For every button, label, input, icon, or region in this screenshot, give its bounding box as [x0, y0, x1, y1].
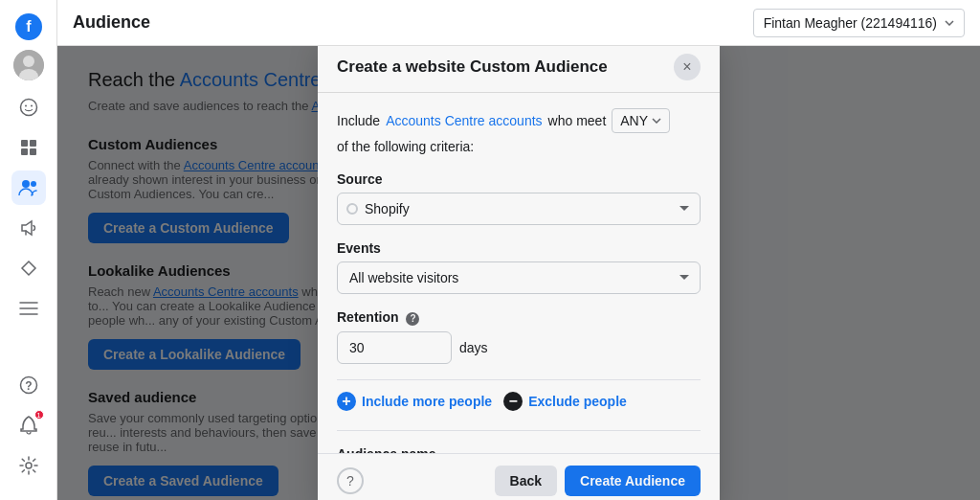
- modal-footer: ? Back Create Audience: [318, 453, 720, 500]
- notification-badge: 1: [34, 410, 44, 420]
- megaphone-icon[interactable]: [11, 211, 46, 245]
- svg-point-3: [23, 56, 34, 67]
- svg-point-5: [20, 100, 36, 116]
- svg-point-16: [26, 463, 32, 468]
- action-buttons-row: + Include more people − Exclude people: [337, 379, 701, 415]
- svg-point-7: [31, 105, 33, 107]
- grid-icon[interactable]: [11, 130, 46, 165]
- avatar[interactable]: [13, 50, 44, 80]
- help-icon[interactable]: ?: [11, 368, 46, 402]
- any-label: ANY: [620, 113, 648, 128]
- criteria-middle: who meet: [548, 113, 607, 128]
- source-select-wrapper: Shopify Website: [337, 193, 701, 225]
- source-field: Source Shopify Website: [337, 171, 701, 225]
- source-select[interactable]: Shopify Website: [337, 193, 701, 225]
- include-icon: +: [337, 392, 356, 411]
- events-field: Events All website visitors Page views: [337, 240, 701, 294]
- include-label: Include more people: [362, 394, 492, 409]
- back-button[interactable]: Back: [495, 466, 557, 496]
- events-select[interactable]: All website visitors Page views: [337, 261, 701, 294]
- svg-rect-9: [30, 140, 36, 147]
- source-label: Source: [337, 171, 701, 187]
- modal-overlay: Create a website Custom Audience × Inclu…: [57, 46, 980, 500]
- settings-icon[interactable]: [11, 448, 46, 483]
- retention-input[interactable]: [337, 331, 452, 364]
- page-title: Audience: [73, 12, 150, 33]
- modal: Create a website Custom Audience × Inclu…: [318, 46, 720, 500]
- account-selector[interactable]: Fintan Meagher (221494116): [753, 9, 965, 37]
- footer-help-icon: ?: [346, 473, 354, 489]
- criteria-prefix: Include: [337, 113, 380, 128]
- svg-rect-10: [21, 148, 28, 155]
- events-label: Events: [337, 240, 701, 256]
- menu-icon[interactable]: [11, 291, 46, 326]
- modal-title: Create a website Custom Audience: [337, 57, 608, 77]
- notifications-icon[interactable]: 1: [11, 408, 46, 443]
- criteria-suffix: of the following criteria:: [337, 139, 474, 154]
- create-audience-button[interactable]: Create Audience: [565, 466, 701, 496]
- svg-text:f: f: [26, 18, 32, 34]
- svg-point-13: [31, 181, 36, 187]
- source-radio-dot: [346, 203, 358, 215]
- audience-name-field: Audience name 0/50: [337, 446, 701, 454]
- section-divider: [337, 430, 701, 431]
- top-bar: Audience Fintan Meagher (221494116): [57, 0, 980, 46]
- audience-name-label: Audience name: [337, 446, 701, 454]
- retention-unit: days: [459, 340, 488, 355]
- smiley-icon[interactable]: [11, 90, 46, 125]
- main-content: Audience Fintan Meagher (221494116) Reac…: [57, 0, 980, 500]
- retention-row: days: [337, 331, 701, 364]
- sidebar: f: [0, 0, 57, 500]
- criteria-row: Include Accounts Centre accounts who mee…: [337, 108, 701, 154]
- modal-body: Include Accounts Centre accounts who mee…: [318, 93, 720, 453]
- account-name: Fintan Meagher (221494116): [764, 15, 937, 31]
- retention-field: Retention ? days: [337, 309, 701, 364]
- exclude-icon: −: [503, 392, 523, 411]
- modal-header: Create a website Custom Audience ×: [318, 46, 720, 93]
- page-body: Reach the Accounts Centre accounts Creat…: [57, 46, 980, 500]
- retention-label: Retention ?: [337, 309, 701, 326]
- svg-point-12: [22, 180, 30, 188]
- svg-point-6: [25, 105, 27, 107]
- close-modal-button[interactable]: ×: [674, 54, 701, 80]
- footer-help-button[interactable]: ?: [337, 467, 364, 494]
- exclude-people-button[interactable]: − Exclude people: [503, 388, 627, 415]
- include-more-people-button[interactable]: + Include more people: [337, 388, 492, 415]
- retention-help-icon[interactable]: ?: [406, 312, 419, 326]
- svg-rect-8: [21, 140, 28, 147]
- footer-buttons: Back Create Audience: [495, 466, 701, 496]
- svg-text:?: ?: [25, 379, 32, 393]
- exclude-label: Exclude people: [528, 394, 627, 409]
- any-dropdown[interactable]: ANY: [612, 108, 670, 133]
- criteria-accounts-link[interactable]: Accounts Centre accounts: [386, 113, 542, 128]
- svg-rect-11: [30, 148, 36, 155]
- diamond-icon[interactable]: [11, 251, 46, 285]
- meta-logo-icon[interactable]: f: [11, 10, 46, 44]
- people-icon[interactable]: [11, 170, 46, 205]
